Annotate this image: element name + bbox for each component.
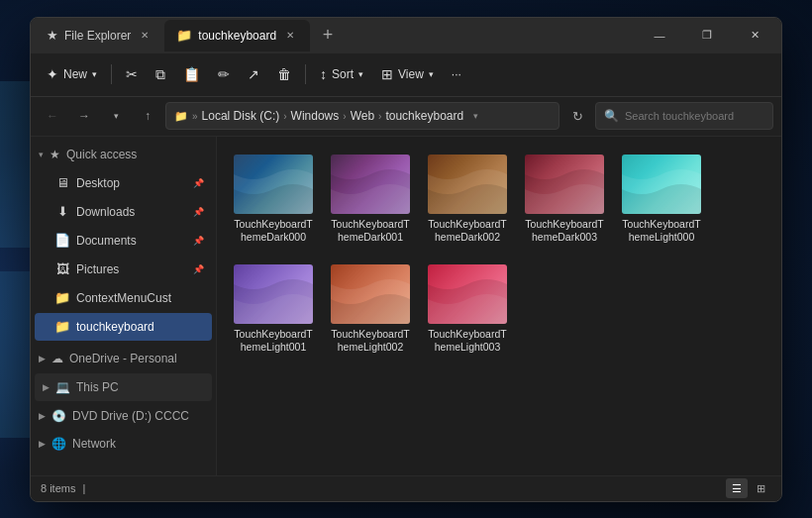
share-icon: ↗	[248, 66, 259, 82]
forward-button[interactable]: →	[70, 102, 98, 130]
path-web[interactable]: Web	[351, 109, 374, 123]
sidebar-item-pictures[interactable]: 🖼 Pictures 📌	[35, 256, 212, 283]
sidebar-item-desktop[interactable]: 🖥 Desktop 📌	[35, 169, 212, 197]
file-name: TouchKeyboardThemeDark000	[233, 218, 314, 245]
paste-button[interactable]: 📋	[175, 58, 208, 90]
rename-icon: ✏	[218, 66, 230, 82]
dvd-label: DVD Drive (D:) CCCC	[72, 409, 189, 423]
tab-file-explorer-label: File Explorer	[64, 29, 131, 43]
sidebar-touchkeyboard-label: touchkeyboard	[76, 320, 204, 334]
new-icon: ✦	[47, 66, 58, 82]
network-icon: 🌐	[51, 437, 66, 451]
network-label: Network	[72, 437, 116, 451]
documents-icon: 📄	[54, 233, 70, 248]
file-item[interactable]: TouchKeyboardThemeLight000	[617, 149, 706, 251]
pin-icon-downloads: 📌	[193, 207, 204, 217]
file-thumbnail	[428, 155, 507, 214]
sidebar-dvd-header[interactable]: ▶ 💿 DVD Drive (D:) CCCC	[31, 402, 216, 430]
file-item[interactable]: TouchKeyboardThemeLight001	[229, 259, 318, 361]
grid-view-button[interactable]: ⊞	[750, 478, 771, 498]
sort-button[interactable]: ↕ Sort ▾	[312, 58, 371, 90]
path-sep-2: ›	[343, 111, 346, 122]
file-item[interactable]: TouchKeyboardThemeDark003	[520, 149, 609, 251]
new-dropdown-icon: ▾	[92, 69, 97, 79]
onedrive-label: OneDrive - Personal	[69, 352, 177, 365]
sidebar-quick-access-header[interactable]: ▾ ★ Quick access	[31, 141, 216, 168]
search-icon: 🔍	[604, 109, 619, 123]
rename-button[interactable]: ✏	[210, 58, 238, 90]
tab-file-explorer[interactable]: ★ File Explorer ✕	[35, 20, 164, 52]
thispc-icon: 💻	[55, 380, 70, 394]
new-button[interactable]: ✦ New ▾	[39, 58, 105, 90]
file-name: TouchKeyboardThemeDark002	[427, 218, 508, 245]
status-bar: 8 items | ☰ ⊞	[31, 475, 781, 501]
file-item[interactable]: TouchKeyboardThemeDark000	[229, 149, 318, 251]
expand-icon: ▾	[39, 150, 44, 159]
copy-button[interactable]: ⧉	[148, 58, 173, 90]
pin-icon-documents: 📌	[193, 236, 204, 246]
title-bar: ★ File Explorer ✕ 📁 touchkeyboard ✕ + — …	[31, 18, 781, 53]
path-windows[interactable]: Windows	[291, 109, 340, 123]
refresh-button[interactable]: ↻	[563, 102, 591, 130]
downloads-icon: ⬇	[54, 204, 70, 219]
up-button[interactable]: ↑	[134, 102, 161, 130]
address-path[interactable]: 📁 » Local Disk (C:) › Windows › Web › to…	[165, 102, 559, 130]
sidebar-network-header[interactable]: ▶ 🌐 Network	[31, 430, 216, 458]
new-tab-button[interactable]: +	[314, 22, 342, 50]
file-item[interactable]: TouchKeyboardThemeLight002	[326, 259, 415, 361]
file-item[interactable]: TouchKeyboardThemeDark002	[423, 149, 512, 251]
search-box[interactable]: 🔍 Search touchkeyboard	[595, 102, 773, 130]
tab-touchkeyboard-close[interactable]: ✕	[282, 28, 298, 44]
address-bar: ← → ▾ ↑ 📁 » Local Disk (C:) › Windows › …	[31, 97, 781, 137]
more-button[interactable]: ···	[444, 58, 469, 90]
sidebar-thispc-header[interactable]: ▶ 💻 This PC	[35, 373, 212, 401]
view-button[interactable]: ⊞ View ▾	[373, 58, 442, 90]
sidebar-onedrive-header[interactable]: ▶ ☁ OneDrive - Personal	[31, 345, 216, 372]
maximize-button[interactable]: ❐	[684, 20, 730, 52]
tab-touchkeyboard[interactable]: 📁 touchkeyboard ✕	[164, 20, 310, 52]
file-item[interactable]: TouchKeyboardThemeDark001	[326, 149, 415, 251]
pin-icon-pictures: 📌	[193, 264, 204, 274]
minimize-button[interactable]: —	[637, 20, 682, 52]
pin-icon-desktop: 📌	[193, 178, 204, 188]
sidebar-item-downloads[interactable]: ⬇ Downloads 📌	[35, 198, 212, 226]
recent-button[interactable]: ▾	[102, 102, 130, 130]
paste-icon: 📋	[183, 66, 200, 82]
delete-button[interactable]: 🗑	[269, 58, 299, 90]
path-sep-3: ›	[378, 111, 381, 122]
copy-icon: ⧉	[155, 66, 165, 83]
file-item[interactable]: TouchKeyboardThemeLight003	[423, 259, 512, 361]
sidebar-pictures-label: Pictures	[76, 262, 187, 276]
tab-touchkeyboard-icon: 📁	[176, 28, 192, 43]
file-thumbnail	[331, 155, 410, 214]
main-content: ▾ ★ Quick access 🖥 Desktop 📌 ⬇ Downloads…	[31, 137, 781, 475]
explorer-window: ★ File Explorer ✕ 📁 touchkeyboard ✕ + — …	[30, 17, 782, 502]
quick-access-icon: ★	[50, 148, 60, 161]
cut-button[interactable]: ✂	[118, 58, 146, 90]
sidebar-item-contextmenu[interactable]: 📁 ContextMenuCust	[35, 284, 212, 312]
close-button[interactable]: ✕	[732, 20, 777, 52]
list-view-button[interactable]: ☰	[726, 478, 748, 498]
item-count: 8 items |	[41, 482, 89, 494]
tab-file-explorer-close[interactable]: ✕	[137, 28, 152, 44]
path-touchkeyboard[interactable]: touchkeyboard	[385, 109, 463, 123]
sidebar-item-touchkeyboard[interactable]: 📁 touchkeyboard	[35, 313, 212, 341]
tabs-area: ★ File Explorer ✕ 📁 touchkeyboard ✕ +	[35, 18, 637, 53]
path-local-disk[interactable]: Local Disk (C:)	[202, 109, 280, 123]
back-button[interactable]: ←	[39, 102, 66, 130]
dvd-icon: 💿	[51, 409, 66, 423]
file-name: TouchKeyboardThemeLight001	[233, 328, 314, 355]
view-dropdown-icon: ▾	[429, 69, 434, 79]
sort-dropdown-icon: ▾	[358, 69, 363, 79]
toolbar: ✦ New ▾ ✂ ⧉ 📋 ✏ ↗ 🗑	[31, 53, 781, 97]
file-thumbnail	[234, 264, 313, 324]
toolbar-separator-1	[111, 64, 112, 84]
file-name: TouchKeyboardThemeDark001	[330, 218, 411, 245]
sort-icon: ↕	[320, 66, 327, 82]
path-dropdown-button[interactable]: ▾	[467, 108, 483, 124]
view-buttons: ☰ ⊞	[726, 478, 771, 498]
expand-onedrive-icon: ▶	[39, 354, 46, 363]
desktop-icon: 🖥	[54, 175, 70, 190]
sidebar-item-documents[interactable]: 📄 Documents 📌	[35, 227, 212, 255]
share-button[interactable]: ↗	[240, 58, 267, 90]
